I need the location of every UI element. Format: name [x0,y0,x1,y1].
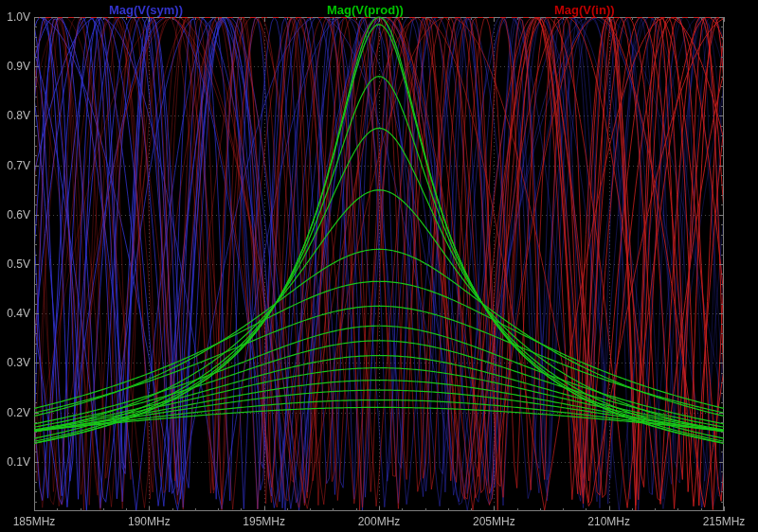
x-tick-label: 205MHz [465,515,522,528]
plot-canvas[interactable] [0,0,758,532]
x-tick-label: 195MHz [236,515,293,528]
waveform-viewer: Mag(V(sym)) Mag(V(prod)) Mag(V(in)) 1.0V… [0,0,758,532]
y-tick-label: 0.3V [0,356,30,369]
x-tick-label: 210MHz [581,515,638,528]
trace-label-v-prod[interactable]: Mag(V(prod)) [327,3,404,17]
y-tick-label: 0.7V [0,159,30,172]
y-tick-label: 0.4V [0,307,30,320]
x-tick-label: 215MHz [695,515,752,528]
y-tick-label: 0.1V [0,455,30,469]
x-tick-label: 200MHz [351,515,407,528]
x-tick-label: 185MHz [6,515,63,528]
y-tick-label: 1.0V [0,10,30,24]
y-tick-label: 0.6V [0,208,30,222]
y-tick-label: 0.8V [0,109,30,122]
trace-label-v-sym[interactable]: Mag(V(sym)) [109,3,183,17]
x-tick-label: 190MHz [120,515,177,528]
trace-label-v-in[interactable]: Mag(V(in)) [554,3,615,17]
y-tick-label: 0.5V [0,257,30,271]
y-tick-label: 0.9V [0,60,30,73]
y-tick-label: 0.2V [0,406,30,419]
